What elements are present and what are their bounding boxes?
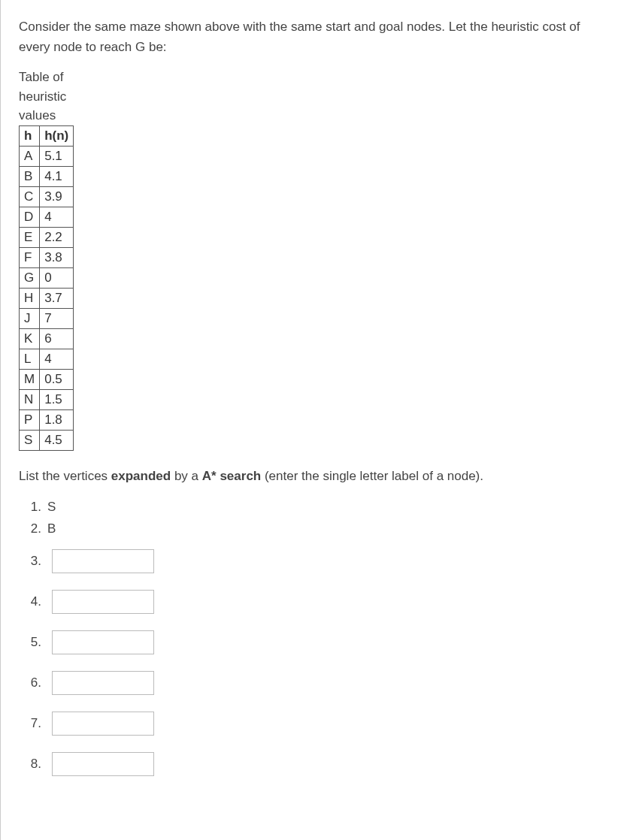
cell-hn: 6 <box>40 328 74 349</box>
answer-given-row: 2. B <box>22 518 600 539</box>
answer-input-3[interactable] <box>52 549 154 573</box>
cell-h: C <box>20 186 40 207</box>
cell-h: K <box>20 328 40 349</box>
table-caption: Table of heuristic values <box>19 68 79 125</box>
table-header-h: h <box>20 125 40 146</box>
answer-input-8[interactable] <box>52 752 154 776</box>
answer-num: 7. <box>22 716 41 731</box>
table-row: F3.8 <box>20 247 74 267</box>
answer-given-value: B <box>47 518 56 539</box>
heuristic-table: h h(n) A5.1 B4.1 C3.9 D4 E2.2 F3.8 G0 H3… <box>19 125 74 451</box>
intro-text: Consider the same maze shown above with … <box>19 17 600 57</box>
table-row: J7 <box>20 308 74 328</box>
cell-hn: 2.2 <box>40 227 74 247</box>
cell-h: B <box>20 166 40 186</box>
table-row: G0 <box>20 267 74 288</box>
cell-hn: 0.5 <box>40 369 74 389</box>
table-row: H3.7 <box>20 288 74 308</box>
answer-num: 5. <box>22 635 41 650</box>
answer-given-row: 1. S <box>22 497 600 517</box>
table-row: C3.9 <box>20 186 74 207</box>
table-row: M0.5 <box>20 369 74 389</box>
table-row: L4 <box>20 349 74 369</box>
cell-h: L <box>20 349 40 369</box>
answer-input-6[interactable] <box>52 671 154 695</box>
cell-hn: 3.8 <box>40 247 74 267</box>
answer-input-row: 8. <box>22 752 600 776</box>
instruction-bold2: A* search <box>202 469 261 483</box>
cell-h: G <box>20 267 40 288</box>
cell-h: N <box>20 389 40 409</box>
answer-input-row: 6. <box>22 671 600 695</box>
answer-given-value: S <box>47 497 56 517</box>
answer-input-5[interactable] <box>52 630 154 654</box>
cell-h: A <box>20 146 40 166</box>
cell-h: S <box>20 430 40 450</box>
cell-hn: 7 <box>40 308 74 328</box>
answer-input-row: 5. <box>22 630 600 654</box>
answer-num: 6. <box>22 675 41 690</box>
cell-hn: 4.5 <box>40 430 74 450</box>
answer-input-row: 3. <box>22 549 600 573</box>
table-row: D4 <box>20 207 74 227</box>
cell-h: J <box>20 308 40 328</box>
table-row: B4.1 <box>20 166 74 186</box>
table-body: A5.1 B4.1 C3.9 D4 E2.2 F3.8 G0 H3.7 J7 K… <box>20 146 74 450</box>
cell-hn: 1.5 <box>40 389 74 409</box>
table-row: A5.1 <box>20 146 74 166</box>
cell-h: H <box>20 288 40 308</box>
table-row: P1.8 <box>20 409 74 430</box>
answers-section: 1. S 2. B 3. 4. 5. 6. 7. 8. <box>19 497 600 776</box>
cell-hn: 1.8 <box>40 409 74 430</box>
table-row: E2.2 <box>20 227 74 247</box>
cell-h: E <box>20 227 40 247</box>
cell-h: P <box>20 409 40 430</box>
cell-h: M <box>20 369 40 389</box>
instruction-bold1: expanded <box>111 469 171 483</box>
answer-num: 8. <box>22 757 41 772</box>
instruction-pre: List the vertices <box>19 469 111 483</box>
cell-h: F <box>20 247 40 267</box>
cell-hn: 0 <box>40 267 74 288</box>
answer-num: 2. <box>22 518 41 539</box>
table-row: S4.5 <box>20 430 74 450</box>
cell-hn: 4.1 <box>40 166 74 186</box>
instruction-text: List the vertices expanded by a A* searc… <box>19 466 600 486</box>
table-row: K6 <box>20 328 74 349</box>
answer-num: 1. <box>22 497 41 517</box>
cell-hn: 3.9 <box>40 186 74 207</box>
answer-num: 3. <box>22 554 41 569</box>
instruction-mid: by a <box>171 469 202 483</box>
cell-hn: 5.1 <box>40 146 74 166</box>
answer-input-4[interactable] <box>52 590 154 614</box>
answer-input-row: 7. <box>22 712 600 736</box>
answer-input-7[interactable] <box>52 712 154 736</box>
instruction-post: (enter the single letter label of a node… <box>261 469 483 483</box>
cell-hn: 4 <box>40 207 74 227</box>
cell-hn: 4 <box>40 349 74 369</box>
table-row: N1.5 <box>20 389 74 409</box>
cell-h: D <box>20 207 40 227</box>
answer-num: 4. <box>22 594 41 609</box>
question-container: Consider the same maze shown above with … <box>0 0 618 840</box>
cell-hn: 3.7 <box>40 288 74 308</box>
answer-input-row: 4. <box>22 590 600 614</box>
table-header-hn: h(n) <box>40 125 74 146</box>
